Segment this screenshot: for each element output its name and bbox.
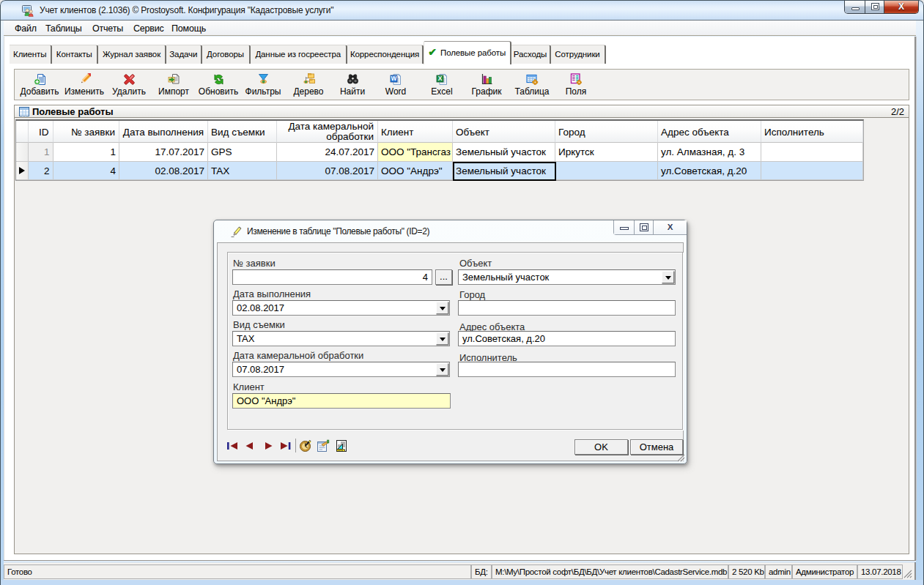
svg-text:W: W xyxy=(391,75,396,82)
svg-text:X: X xyxy=(437,75,442,82)
